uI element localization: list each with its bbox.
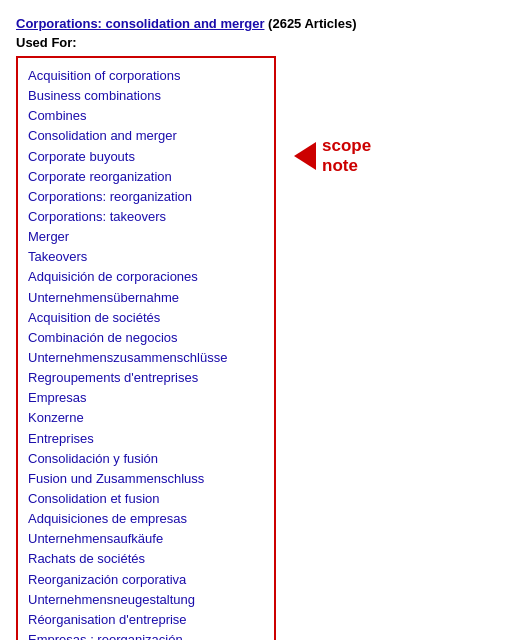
- list-item[interactable]: Empresas : reorganización: [28, 630, 264, 640]
- list-item[interactable]: Corporations: takeovers: [28, 207, 264, 227]
- list-item[interactable]: Acquisition de sociétés: [28, 308, 264, 328]
- list-item[interactable]: Réorganisation d'entreprise: [28, 610, 264, 630]
- main-heading-link[interactable]: Corporations: consolidation and merger: [16, 16, 264, 31]
- list-item[interactable]: Adquisiciones de empresas: [28, 509, 264, 529]
- list-item[interactable]: Corporate buyouts: [28, 147, 264, 167]
- scope-note-arrow: [294, 142, 316, 170]
- page-container: Corporations: consolidation and merger (…: [16, 16, 505, 640]
- used-for-section: Acquisition of corporationsBusiness comb…: [16, 56, 505, 640]
- list-item[interactable]: Rachats de sociétés: [28, 549, 264, 569]
- list-item[interactable]: Combines: [28, 106, 264, 126]
- list-item[interactable]: Merger: [28, 227, 264, 247]
- used-for-box: Acquisition of corporationsBusiness comb…: [16, 56, 276, 640]
- list-item[interactable]: Fusion und Zusammenschluss: [28, 469, 264, 489]
- list-item[interactable]: Adquisición de corporaciones: [28, 267, 264, 287]
- list-item[interactable]: Reorganización corporativa: [28, 570, 264, 590]
- list-item[interactable]: Unternehmensaufkäufe: [28, 529, 264, 549]
- list-item[interactable]: Corporations: reorganization: [28, 187, 264, 207]
- scope-note-label: scopenote: [322, 136, 371, 177]
- list-item[interactable]: Consolidation and merger: [28, 126, 264, 146]
- used-for-label: Used For:: [16, 35, 505, 50]
- list-item[interactable]: Acquisition of corporations: [28, 66, 264, 86]
- list-item[interactable]: Regroupements d'entreprises: [28, 368, 264, 388]
- scope-note-area: scopenote: [294, 136, 371, 177]
- list-item[interactable]: Unternehmenszusammenschlüsse: [28, 348, 264, 368]
- list-item[interactable]: Business combinations: [28, 86, 264, 106]
- article-count: (2625 Articles): [268, 16, 356, 31]
- list-item[interactable]: Unternehmensneugestaltung: [28, 590, 264, 610]
- list-item[interactable]: Konzerne: [28, 408, 264, 428]
- list-item[interactable]: Unternehmensübernahme: [28, 288, 264, 308]
- list-item[interactable]: Corporate reorganization: [28, 167, 264, 187]
- list-item[interactable]: Takeovers: [28, 247, 264, 267]
- header-line: Corporations: consolidation and merger (…: [16, 16, 505, 31]
- list-item[interactable]: Entreprises: [28, 429, 264, 449]
- list-item[interactable]: Combinación de negocios: [28, 328, 264, 348]
- list-item[interactable]: Empresas: [28, 388, 264, 408]
- list-item[interactable]: Consolidación y fusión: [28, 449, 264, 469]
- list-item[interactable]: Consolidation et fusion: [28, 489, 264, 509]
